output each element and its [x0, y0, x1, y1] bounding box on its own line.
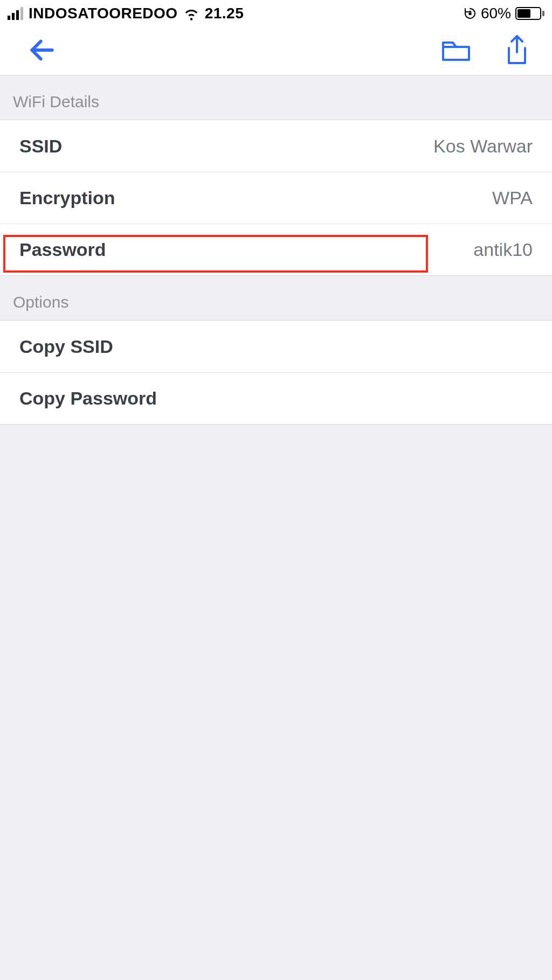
- encryption-value: WPA: [492, 187, 533, 208]
- wifi-details-group: SSID Kos Warwar Encryption WPA Password …: [0, 120, 552, 276]
- ssid-row[interactable]: SSID Kos Warwar: [0, 120, 552, 172]
- status-right: 60%: [464, 5, 544, 22]
- share-button[interactable]: [503, 34, 530, 68]
- section-header-wifi-details: WiFi Details: [0, 75, 552, 120]
- arrow-left-icon: [27, 35, 57, 65]
- copy-password-row[interactable]: Copy Password: [0, 372, 552, 424]
- svg-rect-0: [468, 13, 471, 16]
- orientation-lock-icon: [464, 7, 477, 20]
- copy-ssid-row[interactable]: Copy SSID: [0, 321, 552, 372]
- wifi-icon: [183, 5, 199, 22]
- carrier-label: INDOSATOOREDOO: [29, 5, 178, 22]
- copy-password-label: Copy Password: [19, 388, 157, 409]
- copy-ssid-label: Copy SSID: [19, 336, 113, 357]
- nav-bar: [0, 27, 552, 75]
- folder-button[interactable]: [441, 37, 471, 65]
- section-header-options: Options: [0, 276, 552, 320]
- cellular-signal-icon: [8, 7, 23, 20]
- password-row[interactable]: Password antik10: [0, 224, 552, 275]
- battery-percent-label: 60%: [481, 5, 511, 22]
- status-left: INDOSATOOREDOO 21.25: [8, 5, 244, 22]
- clock-label: 21.25: [205, 5, 244, 22]
- password-label: Password: [19, 239, 106, 260]
- encryption-row[interactable]: Encryption WPA: [0, 172, 552, 224]
- battery-icon: [515, 7, 544, 20]
- ssid-value: Kos Warwar: [433, 136, 533, 157]
- encryption-label: Encryption: [19, 187, 115, 208]
- status-bar: INDOSATOOREDOO 21.25 60%: [0, 0, 552, 27]
- share-icon: [503, 34, 530, 66]
- options-group: Copy SSID Copy Password: [0, 320, 552, 425]
- folder-icon: [441, 37, 471, 63]
- ssid-label: SSID: [19, 136, 62, 157]
- password-value: antik10: [473, 239, 533, 260]
- back-button[interactable]: [27, 35, 57, 67]
